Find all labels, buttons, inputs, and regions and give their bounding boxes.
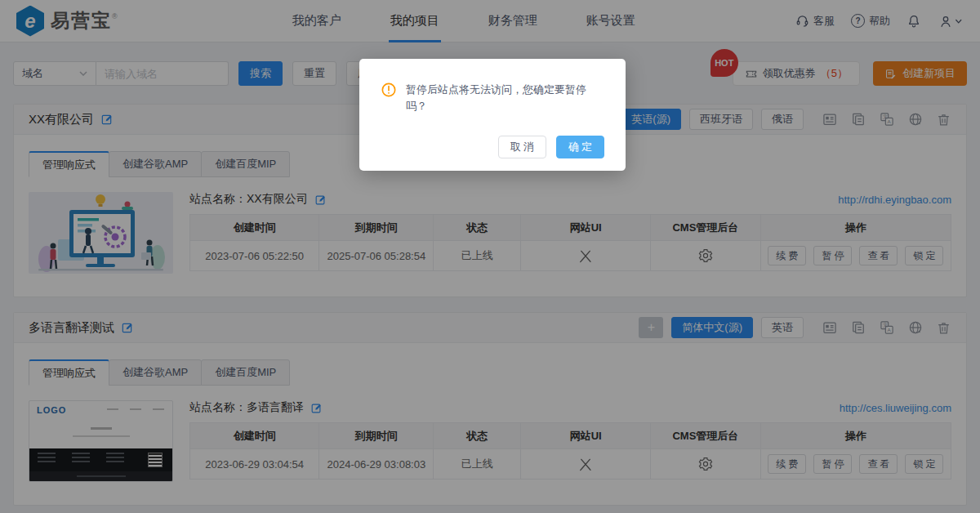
warning-icon (381, 82, 397, 98)
confirm-button[interactable]: 确定 (556, 136, 604, 158)
pause-confirm-dialog: 暂停后站点将无法访问，您确定要暂停吗？ 取消 确定 (359, 59, 626, 171)
page: e 易营宝 ® 我的客户 我的项目 财务管理 账号设置 客服 (0, 0, 980, 513)
dialog-message-row: 暂停后站点将无法访问，您确定要暂停吗？ (381, 82, 604, 114)
dialog-message: 暂停后站点将无法访问，您确定要暂停吗？ (406, 82, 604, 114)
dialog-buttons: 取消 确定 (381, 136, 604, 158)
cancel-button[interactable]: 取消 (498, 136, 546, 158)
